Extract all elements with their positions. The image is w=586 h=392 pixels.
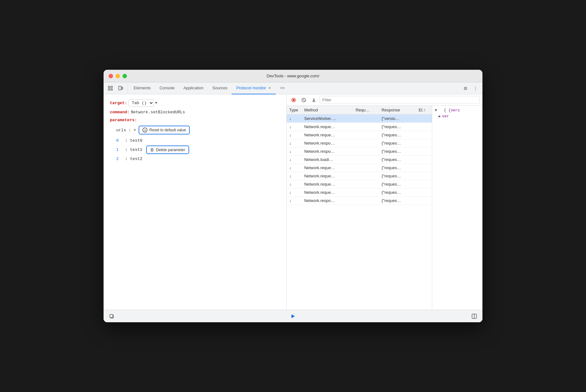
cell-type: ↓ [287,123,302,131]
cell-response: {"reques… [379,123,416,131]
cell-type: ↓ [287,115,302,123]
devtools-window: DevTools - www.google.com/ [104,70,482,322]
table-row[interactable]: ↓ ServiceWorker…. {"versio… [287,115,432,123]
cell-type: ↓ [287,147,302,156]
col-header-method[interactable]: Method [302,106,353,115]
json-child-expand-icon[interactable]: ▶ [439,114,441,119]
cell-method: Network.respo… [302,147,353,156]
more-options-button[interactable]: ⋮ [471,84,480,93]
target-label: target: [110,101,127,105]
cell-elapsed [416,123,432,131]
parameters-section: parameters: urls : + ⊘ Reset to default … [110,118,280,161]
cell-elapsed [416,188,432,197]
delete-parameter-button[interactable]: 🗑 Delete parameter [146,146,189,154]
svg-rect-4 [119,86,121,90]
stop-recording-button[interactable] [289,96,298,104]
settings-button[interactable]: ⚙ [461,84,470,93]
maximize-button[interactable] [123,74,127,78]
index-value-0: test0 [130,138,142,143]
url-item-0: 0 : test0 [116,138,280,143]
run-command-button[interactable] [289,312,297,321]
minimize-button[interactable] [116,74,120,78]
col-header-response[interactable]: Response [379,106,416,115]
json-root-label [439,108,441,113]
add-url-button[interactable]: + [134,128,136,133]
svg-rect-13 [110,314,113,318]
clear-button[interactable] [299,96,308,104]
more-tabs-button[interactable]: >> [276,82,289,94]
traffic-lights [109,74,127,78]
cell-type: ↓ [287,188,302,197]
tab-close-icon[interactable]: ✕ [268,86,271,90]
json-expand-icon[interactable]: ▼ [435,108,437,113]
table-row[interactable]: ↓ Network.respo… {"reques… [287,139,432,147]
cell-elapsed [416,131,432,139]
table-row[interactable]: ↓ Network.reque… {"reques… [287,188,432,197]
cell-request [353,123,379,131]
cell-request [353,147,379,156]
toolbar-right: ⚙ ⋮ [461,84,480,93]
table-row[interactable]: ↓ Network.reque… {"reques… [287,131,432,139]
protocol-table: Type Method Requ… Response [287,106,432,205]
command-row: command: Network.setBlockedURLs [110,110,280,115]
tab-elements[interactable]: Elements [129,82,155,94]
svg-rect-2 [111,86,112,88]
filter-input[interactable] [320,96,480,104]
table-header: Type Method Requ… Response [287,106,432,115]
reset-icon: ⊘ [142,128,147,133]
cell-request [353,131,379,139]
table-row[interactable]: ↓ Network.reque… {"reques… [287,172,432,180]
cell-response: {"reques… [379,197,416,205]
cell-response: {"reques… [379,164,416,172]
device-toggle-icon[interactable] [116,84,125,93]
cell-response: {"reques… [379,188,416,197]
table-row[interactable]: ↓ Network.respo… {"reques… [287,147,432,156]
tab-sources[interactable]: Sources [208,82,232,94]
cell-method: ServiceWorker…. [302,115,353,123]
tab-application[interactable]: Application [179,82,208,94]
tab-protocol-monitor[interactable]: Protocol monitor ✕ [232,82,276,94]
svg-rect-7 [293,99,295,101]
target-row: target: Tab () ▼ [110,99,280,107]
bottom-bar [104,310,482,322]
protocol-table-container: Type Method Requ… Response [287,106,432,310]
col-header-type[interactable]: Type [287,106,302,115]
command-label: command: [110,110,129,115]
index-value-2: test2 [130,157,142,161]
trash-icon: 🗑 [150,147,154,152]
json-key: {vers [448,108,460,113]
table-row[interactable]: ↓ Network.loadi… {"reques… [287,156,432,164]
index-num-1: 1 [116,147,123,152]
toolbar-icons [106,84,128,93]
cell-request [353,164,379,172]
copy-button[interactable] [107,312,116,321]
table-row[interactable]: ↓ Network.reque… {"reques… [287,123,432,131]
cell-response: {"reques… [379,139,416,147]
command-value: Network.setBlockedURLs [131,110,185,115]
col-header-elapsed[interactable]: El.↑ [416,106,432,115]
table-row[interactable]: ↓ Network.reque… {"reques… [287,164,432,172]
cell-type: ↓ [287,164,302,172]
panel-toggle-button[interactable] [470,312,479,321]
tab-console[interactable]: Console [155,82,179,94]
table-row[interactable]: ↓ Network.reque… {"reques… [287,180,432,188]
cell-request [353,156,379,164]
close-button[interactable] [109,74,113,78]
cell-method: Network.reque… [302,123,353,131]
json-root: ▼ { {vers [435,108,480,113]
cell-request [353,139,379,147]
cell-elapsed [416,156,432,164]
index-num-0: 0 [116,138,123,143]
cell-response: {"reques… [379,131,416,139]
target-dropdown[interactable]: Tab () [129,99,154,107]
reset-to-default-button[interactable]: ⊘ Reset to default value [139,126,190,134]
devtools-body: Elements Console Application Sources Pro… [104,82,482,322]
table-row[interactable]: ↓ Network.respo… {"reques… [287,197,432,205]
download-button[interactable] [309,96,318,104]
col-header-request[interactable]: Requ… [353,106,379,115]
inspect-icon[interactable] [106,84,115,93]
right-panel: Type Method Requ… Response [287,94,482,310]
cell-method: Network.respo… [302,139,353,147]
cell-type: ↓ [287,172,302,180]
urls-row: urls : + ⊘ Reset to default value [116,126,280,134]
